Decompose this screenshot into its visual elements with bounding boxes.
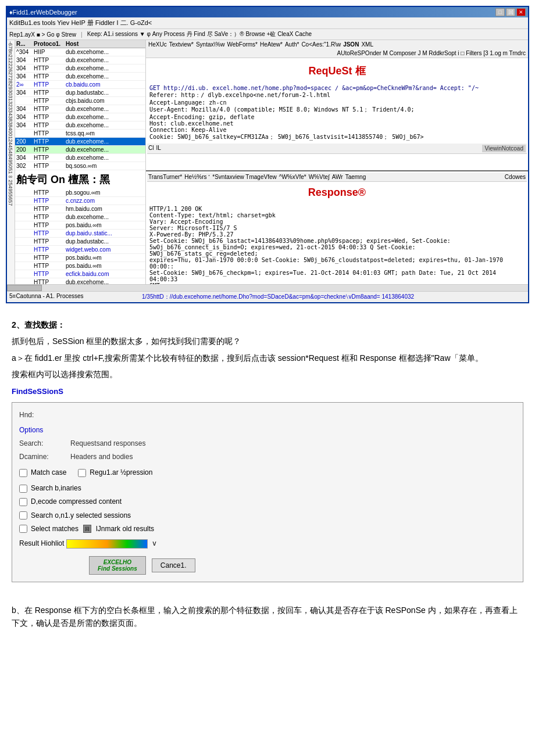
response-section-title: Response®	[147, 182, 527, 203]
horizontal-scrollbar[interactable]	[7, 284, 528, 291]
tab-hexuc[interactable]: HeXUc	[148, 41, 167, 48]
fiddler-statusbar: 5≡Caotunna - A1. Processes 1/35httD：//du…	[7, 291, 528, 302]
table-row[interactable]: 302HTTPbq.soso.∞m	[15, 162, 145, 170]
table-row[interactable]: HTTPdub.excehome...	[15, 213, 145, 221]
cancel-button[interactable]: Cance1.	[152, 558, 195, 572]
resp-tab-cdowes[interactable]: Cdowes	[505, 174, 526, 180]
table-row[interactable]: HTTPecfick.baidu.com	[15, 270, 145, 278]
table-row[interactable]: 304HTTPdub.excehome...	[15, 154, 145, 162]
inline-icon: 回	[83, 525, 91, 533]
btn-logo: EXCELHOFind Sessions	[98, 559, 137, 572]
resp-line-6: Set-Cookie: 5WOj_b676_lastact=1413864033…	[149, 238, 525, 244]
table-row[interactable]: HTTPtcss.qq.∞m	[15, 130, 145, 138]
resp-line-10: GMT	[149, 282, 525, 284]
find-sessions-button[interactable]: EXCELHOFind Sessions	[89, 556, 146, 575]
table-row[interactable]: HTTPpos.baidu.∞m	[15, 262, 145, 270]
fiddler-titlebar: ♦Fidd1.erWebDebugger □ 回 ✕	[7, 7, 528, 17]
regu-row: Regu1.ar ½pression	[78, 467, 152, 478]
select-matches-label: Select matches	[31, 524, 79, 535]
table-row[interactable]: HTTPhm.baidu.com	[15, 205, 145, 213]
article-para2: a＞在 fidd1.er 里按 ctrl+F,搜索所需某个比较有特征的数据，搜到…	[12, 352, 523, 364]
viewinnotcoad-tab[interactable]: ViewinNotcoad	[482, 145, 526, 152]
tab-textview[interactable]: Textview*	[169, 41, 194, 48]
tab-xml[interactable]: XML	[361, 41, 373, 48]
result-v: v	[152, 538, 156, 549]
table-row[interactable]: 304HTTPdub.excehome...	[15, 73, 145, 81]
table-row[interactable]: 200HTTPdub.excehome...	[15, 146, 145, 154]
search-row: Search: Requestsand responses	[19, 438, 516, 449]
request-bottom-tabs: Cl IL ViewinNotcoad	[147, 144, 527, 154]
table-row[interactable]: HTTPdub.excehome...	[15, 278, 145, 284]
decode-checkbox[interactable]	[19, 498, 27, 506]
req-tab-cl[interactable]: Cl	[148, 145, 154, 152]
table-row[interactable]: 304HTTPdub.excehome...	[15, 105, 145, 113]
resp-tab-hers[interactable]: He½%rs ʻ	[184, 174, 210, 180]
table-row[interactable]: HTTPpos.baidu.∞m	[15, 221, 145, 230]
tab-syntax[interactable]: Syntax\%w	[196, 41, 224, 48]
table-row[interactable]: 304HTTPdub.excehome...	[15, 65, 145, 73]
resp-tab-transturner[interactable]: TransTurner*	[148, 174, 182, 180]
regu-checkbox[interactable]	[78, 469, 86, 477]
req-line-6: Host: club.excelhome.net	[149, 120, 525, 127]
table-row[interactable]: HTTPwidget.webo.com	[15, 246, 145, 254]
toolbar-left: Rep1.ayX ■ > Go φ Strew	[9, 31, 76, 38]
decode-label: D,ecode compressed content	[31, 496, 122, 507]
response-content: HTTP/1.1 200 OK Content-Type: text/html;…	[147, 203, 527, 284]
response-pane: TransTurner* He½%rs ʻ *Svntaxview TmageV…	[146, 171, 528, 284]
minimize-button[interactable]: □	[495, 8, 505, 16]
req-line-2: Referer: http：∕ dlyb.excelhpo<ne.net/for…	[149, 91, 525, 99]
table-row[interactable]: HTTPc.cnzz.com	[15, 197, 145, 205]
fiddler-menu: KditBu1.es tools Yiev HeIP 册 Fiddler I 二…	[7, 17, 528, 29]
search-binaries-row: Search b,inaries	[19, 483, 516, 494]
resp-tab-wvte[interactable]: W%Vte∫	[309, 174, 330, 180]
fiddler-body: -678n21222627282930313233438384001244548…	[7, 40, 528, 284]
resp-tab-w[interactable]: ^W%xVfe*	[279, 174, 306, 180]
select-matches-checkbox[interactable]	[19, 525, 27, 533]
table-row[interactable]: 304HTTPdub.excehome...	[15, 121, 145, 130]
search-binaries-checkbox[interactable]	[19, 485, 27, 493]
resp-tab-syntaxview[interactable]: *Svntaxview TmageVfew	[212, 174, 276, 180]
find-sessions-label: FindSeSSionS	[12, 386, 523, 398]
col-host: Host	[66, 41, 130, 47]
response-tabs: TransTurner* He½%rs ʻ *Svntaxview TmageV…	[147, 173, 527, 182]
table-row[interactable]: HTTPdup.baid∪.static...	[15, 230, 145, 238]
search-only-label: Search o,n1.y selected sessions	[31, 510, 131, 521]
search-only-checkbox[interactable]	[19, 511, 27, 519]
result-highlight-label: Result Hiohliot	[19, 538, 64, 549]
article-para-b: b、在 Response 框下方的空白长条框里，输入之前搜索的那个特征数据，按回…	[12, 604, 523, 630]
resp-tab-awr[interactable]: AWr	[332, 174, 343, 180]
tab-webforms[interactable]: WebForms*	[227, 41, 258, 48]
req-tab-il[interactable]: IL	[156, 145, 160, 152]
search-only-row: Search o,n1.y selected sessions	[19, 510, 516, 521]
table-row[interactable]: ^304HIIPdub.excehome...	[15, 48, 145, 56]
table-row[interactable]: HTTPdup.badustabc...	[15, 238, 145, 246]
maximize-button[interactable]: 回	[506, 8, 515, 16]
match-case-checkbox[interactable]	[19, 469, 27, 477]
req-line-7: Connection: Keep-Alive	[149, 127, 525, 133]
table-row[interactable]: HTTPpb.sogou.∞m	[15, 189, 145, 197]
table-row[interactable]: HTTPcbjs.baidu.com	[15, 97, 145, 105]
unmark-label: lJnmark old results	[96, 524, 154, 535]
table-row[interactable]: 2∞HTTPcb.baidu.com	[15, 81, 145, 89]
tab-auth[interactable]: Auth*	[285, 41, 299, 48]
options-label: Options	[19, 425, 516, 436]
table-row[interactable]: 304HTTPdub.excehome...	[15, 113, 145, 121]
statusbar-processes: 5≡Caotunna - A1. Processes	[9, 293, 137, 301]
left-numbers: -678n21222627282930313233438384001244548…	[7, 40, 15, 284]
resp-tab-taemng[interactable]: Taemng	[345, 174, 366, 180]
req-line-1: GET http://di.ub. excel.home.net/home.ph…	[149, 85, 525, 91]
section2-title: 2、查找数据：	[12, 318, 523, 331]
search-label: Search:	[19, 438, 66, 449]
tab-heatew[interactable]: HeAtew*	[260, 41, 283, 48]
sessions-pane[interactable]: R... Protoco1. Host ^304HIIPdub.excehome…	[15, 40, 146, 284]
select-matches-row: Select matches 回 lJnmark old results	[19, 524, 516, 535]
table-row[interactable]: 304HTTPdup.badustabc...	[15, 89, 145, 97]
table-row[interactable]: 200HTTPdub.excehome...	[15, 138, 145, 146]
close-button[interactable]: ✕	[516, 8, 526, 16]
table-row[interactable]: HTTPpos.baidu.∞m	[15, 254, 145, 262]
result-highlight-row: Result Hiohliot v	[19, 538, 516, 549]
req-line-3: Accept-Language: zh-cn	[149, 99, 525, 106]
table-row[interactable]: 304HTTPdub.excehome...	[15, 56, 145, 65]
tab-co[interactable]: Co<Aes:"1.R\w	[301, 41, 341, 48]
tab-json[interactable]: JSON	[343, 41, 359, 48]
